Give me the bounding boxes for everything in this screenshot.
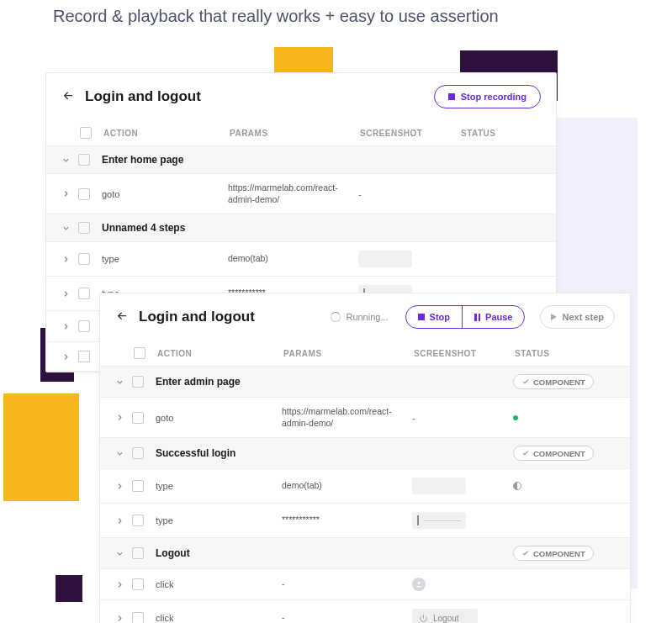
back-icon[interactable]	[61, 89, 77, 104]
screenshot-thumb	[412, 478, 466, 494]
screenshot-thumb	[358, 251, 412, 267]
component-badge: COMPONENT	[513, 374, 594, 389]
row-checkbox[interactable]	[132, 547, 144, 559]
row-checkbox[interactable]	[132, 612, 144, 623]
group-row[interactable]: Unnamed 4 steps	[46, 214, 556, 242]
avatar-icon	[412, 578, 426, 591]
power-icon	[419, 614, 428, 623]
chevron-down-icon[interactable]	[114, 547, 125, 559]
playback-controls: Stop Pause	[405, 305, 526, 329]
step-status	[513, 415, 615, 420]
group-row[interactable]: Successful login COMPONENT	[100, 438, 630, 469]
step-screenshot: Logout	[412, 609, 513, 623]
chevron-right-icon[interactable]	[114, 612, 125, 623]
col-status: STATUS	[461, 129, 541, 138]
select-all-checkbox[interactable]	[80, 127, 92, 139]
pause-button[interactable]: Pause	[462, 306, 524, 328]
row-checkbox[interactable]	[132, 480, 144, 492]
row-checkbox[interactable]	[78, 320, 90, 332]
step-row[interactable]: type ***********	[100, 504, 630, 538]
component-badge: COMPONENT	[513, 446, 594, 461]
table-header: ACTION PARAMS SCREENSHOT STATUS	[100, 341, 630, 367]
row-checkbox[interactable]	[132, 412, 144, 424]
step-params: https://marmelab.com/react-admin-demo/	[282, 406, 412, 429]
chevron-down-icon[interactable]	[60, 154, 71, 166]
chevron-down-icon[interactable]	[114, 376, 125, 388]
col-params: PARAMS	[230, 129, 360, 138]
col-action: ACTION	[157, 349, 283, 358]
step-status	[513, 482, 615, 490]
col-action: ACTION	[103, 129, 230, 138]
step-action: type	[102, 254, 228, 264]
col-screenshot: SCREENSHOT	[360, 129, 461, 138]
stop-icon	[418, 314, 425, 320]
step-screenshot: -	[358, 189, 459, 199]
deco-purple-bottomleft	[56, 575, 82, 602]
step-screenshot: -	[412, 413, 513, 423]
chevron-right-icon[interactable]	[114, 412, 125, 424]
check-icon	[521, 449, 530, 457]
next-step-label: Next step	[562, 312, 604, 322]
chevron-right-icon[interactable]	[114, 515, 125, 526]
chevron-right-icon[interactable]	[60, 288, 71, 299]
spinner-icon	[331, 312, 341, 322]
chevron-down-icon[interactable]	[60, 222, 71, 234]
status-success-icon	[513, 415, 518, 420]
select-all-checkbox[interactable]	[134, 347, 146, 359]
chevron-right-icon[interactable]	[114, 480, 125, 492]
row-checkbox[interactable]	[78, 253, 90, 265]
chevron-down-icon[interactable]	[114, 447, 125, 459]
chevron-right-icon[interactable]	[114, 578, 125, 590]
step-row[interactable]: click - Logout	[100, 600, 630, 623]
next-step-button[interactable]: Next step	[540, 305, 615, 329]
component-badge: COMPONENT	[513, 546, 594, 561]
step-row[interactable]: click -	[100, 569, 630, 600]
row-checkbox[interactable]	[132, 447, 144, 459]
step-row[interactable]: goto https://marmelab.com/react-admin-de…	[100, 398, 630, 438]
row-checkbox[interactable]	[78, 154, 90, 166]
row-checkbox[interactable]	[78, 188, 90, 200]
group-row[interactable]: Enter admin page COMPONENT	[100, 367, 630, 398]
group-label: Logout	[156, 547, 282, 559]
chevron-right-icon[interactable]	[60, 320, 71, 332]
row-checkbox[interactable]	[78, 351, 90, 362]
check-icon	[521, 549, 530, 557]
stop-label: Stop	[430, 312, 450, 322]
group-label: Enter home page	[102, 154, 228, 166]
chevron-right-icon[interactable]	[60, 188, 71, 200]
table-header: ACTION PARAMS SCREENSHOT STATUS	[46, 120, 556, 146]
stop-button[interactable]: Stop	[406, 306, 462, 328]
step-row[interactable]: goto https://marmelab.com/react-admin-de…	[46, 174, 556, 214]
step-action: goto	[156, 413, 282, 423]
group-label: Successful login	[156, 447, 282, 459]
svg-point-1	[417, 582, 420, 584]
group-row[interactable]: Enter home page	[46, 146, 556, 174]
back-icon[interactable]	[115, 309, 130, 325]
step-params: https://marmelab.com/react-admin-demo/	[228, 182, 358, 205]
stop-icon	[448, 93, 455, 100]
step-screenshot	[412, 578, 513, 591]
group-row[interactable]: Logout COMPONENT	[100, 538, 630, 569]
step-action: type	[156, 481, 282, 491]
step-row[interactable]: type demo(tab)	[46, 242, 556, 277]
step-params: -	[282, 612, 412, 623]
row-checkbox[interactable]	[78, 288, 90, 299]
row-checkbox[interactable]	[132, 376, 144, 388]
next-step-icon	[551, 314, 557, 320]
step-row[interactable]: type demo(tab)	[100, 469, 630, 504]
step-action: click	[156, 613, 282, 623]
step-action: click	[156, 579, 282, 589]
chevron-right-icon[interactable]	[60, 253, 71, 265]
panel-title: Login and logout	[139, 309, 322, 325]
row-checkbox[interactable]	[132, 515, 144, 526]
stop-recording-button[interactable]: Stop recording	[434, 85, 541, 108]
chevron-right-icon[interactable]	[60, 351, 71, 362]
row-checkbox[interactable]	[78, 222, 90, 234]
col-screenshot: SCREENSHOT	[414, 349, 515, 358]
row-checkbox[interactable]	[132, 578, 144, 590]
step-params: demo(tab)	[228, 253, 358, 265]
screenshot-thumb	[412, 512, 466, 529]
step-screenshot	[358, 251, 459, 267]
col-status: STATUS	[515, 349, 615, 358]
step-action: type	[156, 515, 282, 525]
